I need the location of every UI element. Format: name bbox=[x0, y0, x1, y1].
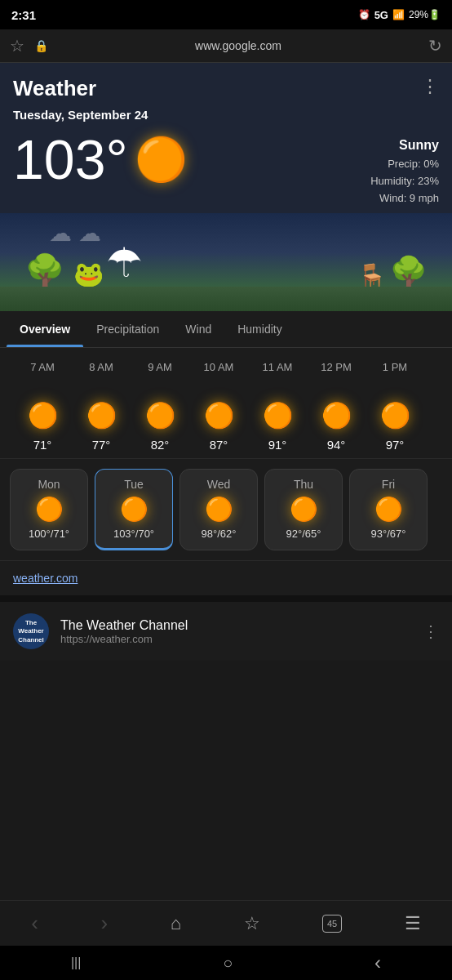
daily-card[interactable]: Wed 🟠 98°/62° bbox=[179, 469, 258, 550]
tab-precipitation[interactable]: Precipitation bbox=[83, 311, 172, 347]
weather-link[interactable]: weather.com bbox=[13, 572, 78, 585]
url-bar[interactable]: www.google.com bbox=[58, 39, 419, 52]
hourly-time: 11 AM bbox=[263, 361, 293, 373]
hourly-sun-icon: 🟠 bbox=[86, 401, 117, 430]
bookmark-icon[interactable]: ☆ bbox=[10, 36, 24, 56]
result-info: The Weather Channel https://weather.com bbox=[60, 618, 411, 645]
result-title: The Weather Channel bbox=[60, 618, 411, 633]
status-icons: ⏰ 5G 📶 29%🔋 bbox=[358, 9, 441, 21]
weather-wind: Wind: 9 mph bbox=[370, 190, 439, 207]
umbrella-icon: ☂ bbox=[106, 239, 143, 287]
daily-day: Thu bbox=[294, 478, 313, 491]
hourly-temp: 87° bbox=[210, 438, 228, 452]
daily-day: Mon bbox=[38, 478, 60, 491]
weather-temp-row: 103° 🟠 bbox=[13, 131, 188, 187]
daily-sun-icon: 🟠 bbox=[120, 496, 148, 523]
hourly-item: 12 PM 🟠 94° bbox=[307, 361, 366, 452]
hourly-sun-icon: 🟠 bbox=[263, 401, 293, 430]
daily-day: Fri bbox=[382, 478, 395, 491]
weather-menu-icon[interactable]: ⋮ bbox=[421, 76, 439, 97]
hourly-time: 10 AM bbox=[204, 361, 234, 373]
hourly-temp: 91° bbox=[268, 438, 287, 452]
tabs-count: 45 bbox=[327, 919, 337, 929]
tree-left-icon: 🌳 bbox=[24, 252, 65, 291]
bottom-nav: ‹ › ⌂ ☆ 45 ☰ bbox=[0, 900, 452, 946]
daily-section: Mon 🟠 100°/71° Tue 🟠 103°/70° Wed 🟠 98°/… bbox=[0, 458, 452, 560]
daily-card[interactable]: Thu 🟠 92°/65° bbox=[264, 469, 343, 550]
daily-temps: 103°/70° bbox=[113, 528, 154, 540]
daily-card[interactable]: Fri 🟠 93°/67° bbox=[349, 469, 428, 550]
result-url: https://weather.com bbox=[60, 633, 411, 645]
hourly-sun-icon: 🟠 bbox=[321, 401, 352, 430]
weather-header: Weather ⋮ bbox=[0, 63, 452, 108]
hourly-sun-icon: 🟠 bbox=[380, 401, 410, 430]
lock-icon: 🔒 bbox=[34, 39, 48, 52]
weather-condition: Sunny bbox=[370, 138, 439, 153]
daily-temps: 92°/65° bbox=[286, 528, 321, 540]
reload-icon[interactable]: ↻ bbox=[428, 36, 442, 56]
hourly-time: 7 AM bbox=[30, 361, 55, 373]
bookmark-button[interactable]: ☆ bbox=[244, 913, 260, 934]
daily-sun-icon: 🟠 bbox=[35, 496, 64, 523]
section-divider bbox=[0, 595, 452, 602]
weather-humidity: Humidity: 23% bbox=[370, 173, 439, 190]
forward-button[interactable]: › bbox=[100, 911, 108, 936]
tree-right-icon: 🌳 bbox=[389, 255, 428, 291]
tab-humidity[interactable]: Humidity bbox=[224, 311, 295, 347]
search-result[interactable]: TheWeatherChannel The Weather Channel ht… bbox=[0, 602, 452, 661]
hourly-time: 1 PM bbox=[383, 361, 407, 373]
hourly-temp: 82° bbox=[151, 438, 170, 452]
hourly-time: 12 PM bbox=[321, 361, 352, 373]
logo-text: TheWeatherChannel bbox=[18, 619, 44, 644]
hourly-time: 9 AM bbox=[148, 361, 172, 373]
weather-link-section: weather.com bbox=[0, 560, 452, 595]
network-5g-icon: 5G bbox=[374, 9, 388, 21]
battery-icon: 29%🔋 bbox=[409, 9, 441, 20]
daily-temps: 98°/62° bbox=[202, 528, 237, 540]
weather-scene: ☁ ☁ 🌳 ☂ 🐸 🪑 🌳 bbox=[0, 213, 452, 311]
hourly-temp: 94° bbox=[327, 438, 346, 452]
character-icon: 🐸 bbox=[73, 260, 104, 288]
status-time: 2:31 bbox=[11, 8, 36, 22]
weather-details: Sunny Precip: 0% Humidity: 23% Wind: 9 m… bbox=[370, 131, 439, 207]
daily-card[interactable]: Mon 🟠 100°/71° bbox=[10, 469, 88, 550]
result-menu-icon[interactable]: ⋮ bbox=[423, 621, 439, 641]
daily-temps: 93°/67° bbox=[371, 528, 406, 540]
home-button[interactable]: ⌂ bbox=[171, 913, 181, 934]
hourly-temp: 77° bbox=[92, 438, 111, 452]
back-button[interactable]: ‹ bbox=[31, 911, 38, 936]
hourly-section: 7 AM 🟠 71° 8 AM 🟠 77° 9 AM 🟠 82° 10 AM 🟠… bbox=[0, 348, 452, 458]
hourly-sun-icon: 🟠 bbox=[28, 401, 58, 430]
tabs-button[interactable]: 45 bbox=[322, 915, 342, 933]
daily-temps: 100°/71° bbox=[29, 528, 69, 540]
android-nav: ||| ○ ‹ bbox=[0, 946, 452, 980]
signal-icon: 📶 bbox=[392, 9, 405, 20]
scene-ground bbox=[0, 287, 452, 311]
menu-button[interactable]: ☰ bbox=[405, 913, 421, 934]
weather-precip: Precip: 0% bbox=[370, 156, 439, 173]
daily-card[interactable]: Tue 🟠 103°/70° bbox=[95, 469, 173, 550]
daily-day: Wed bbox=[207, 478, 231, 491]
result-logo: TheWeatherChannel bbox=[13, 613, 49, 649]
weather-main: 103° 🟠 Sunny Precip: 0% Humidity: 23% Wi… bbox=[0, 128, 452, 207]
weather-card: Weather ⋮ Tuesday, September 24 103° 🟠 S… bbox=[0, 63, 452, 311]
hourly-item: 10 AM 🟠 87° bbox=[189, 361, 248, 452]
hourly-temp: 97° bbox=[386, 438, 405, 452]
daily-day: Tue bbox=[124, 478, 144, 491]
android-home-button[interactable]: ○ bbox=[223, 954, 233, 973]
clouds-icon: ☁ ☁ bbox=[49, 220, 101, 247]
tab-wind[interactable]: Wind bbox=[172, 311, 224, 347]
hourly-item: 11 AM 🟠 91° bbox=[248, 361, 307, 452]
hourly-sun-icon: 🟠 bbox=[204, 401, 234, 430]
hourly-item: 9 AM 🟠 82° bbox=[131, 361, 189, 452]
weather-temperature: 103° bbox=[13, 131, 128, 187]
tab-overview[interactable]: Overview bbox=[7, 311, 83, 347]
android-back-button[interactable]: ‹ bbox=[374, 951, 381, 974]
hourly-item: 7 AM 🟠 71° bbox=[13, 361, 72, 452]
status-bar: 2:31 ⏰ 5G 📶 29%🔋 bbox=[0, 0, 452, 29]
hourly-sun-icon: 🟠 bbox=[145, 401, 175, 430]
weather-date: Tuesday, September 24 bbox=[0, 108, 452, 128]
recent-apps-button[interactable]: ||| bbox=[71, 956, 81, 970]
hourly-temp: 71° bbox=[33, 438, 52, 452]
alarm-icon: ⏰ bbox=[358, 9, 370, 20]
